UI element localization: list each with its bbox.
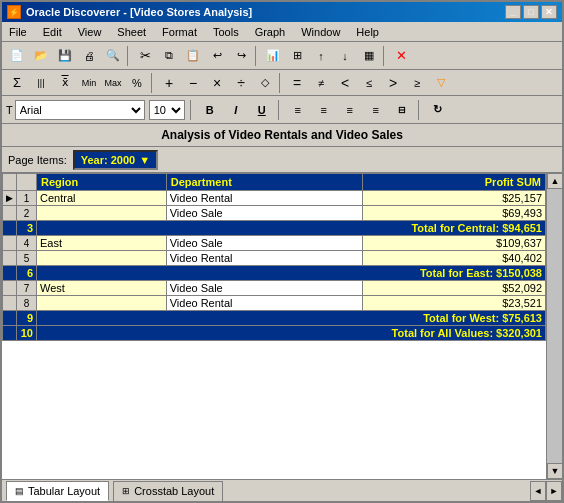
sep4 (151, 73, 155, 93)
align-center-button[interactable]: ≡ (313, 100, 335, 120)
new-button[interactable]: 📄 (6, 45, 28, 67)
tab-crosstab-layout[interactable]: ⊞ Crosstab Layout (113, 481, 223, 501)
cell-profit-8[interactable]: $23,521 (363, 296, 546, 311)
cell-profit-2[interactable]: $69,493 (363, 206, 546, 221)
minimize-button[interactable]: _ (505, 5, 521, 19)
toolbar-main: 📄 📂 💾 🖨 🔍 ✂ ⧉ 📋 ↩ ↪ 📊 ⊞ ↑ ↓ ▦ ✕ (2, 42, 562, 70)
equals-button[interactable]: = (286, 72, 308, 94)
cell-profit-5[interactable]: $40,402 (363, 251, 546, 266)
open-button[interactable]: 📂 (30, 45, 52, 67)
app-icon: ⚡ (7, 5, 21, 19)
refresh-button[interactable]: ↻ (427, 100, 449, 120)
underline-button[interactable]: U (251, 100, 273, 120)
tab-tabular-layout[interactable]: ▤ Tabular Layout (6, 481, 109, 501)
scroll-up-button[interactable]: ▲ (547, 173, 562, 189)
menu-graph[interactable]: Graph (252, 25, 289, 39)
save-button[interactable]: 💾 (54, 45, 76, 67)
scroll-track[interactable] (547, 189, 562, 463)
min-button[interactable]: Min (78, 72, 100, 94)
table-area: Region Department Profit SUM ▶ 1 Central (2, 173, 546, 479)
sep5 (279, 73, 283, 93)
menu-sheet[interactable]: Sheet (114, 25, 149, 39)
lessequal-button[interactable]: ≤ (358, 72, 380, 94)
greater-button[interactable]: > (382, 72, 404, 94)
menu-bar: File Edit View Sheet Format Tools Graph … (2, 22, 562, 42)
copy-button[interactable]: ⧉ (158, 45, 180, 67)
scroll-down-button[interactable]: ▼ (547, 463, 562, 479)
scroll-left-button[interactable]: ◄ (530, 481, 546, 501)
toolbar-formula: Σ ||| x̄ Min Max % + − × ÷ ◇ = ≠ < ≤ > ≥… (2, 70, 562, 96)
menu-view[interactable]: View (75, 25, 105, 39)
col-header-dept: Department (166, 174, 363, 191)
size-select[interactable]: 10 (149, 100, 185, 120)
wrap-button[interactable]: ⊟ (391, 100, 413, 120)
cell-profit-4[interactable]: $109,637 (363, 236, 546, 251)
plus-button[interactable]: + (158, 72, 180, 94)
preview-button[interactable]: 🔍 (102, 45, 124, 67)
cell-profit-7[interactable]: $52,092 (363, 281, 546, 296)
chart-button[interactable]: 📊 (262, 45, 284, 67)
total-arrow-3 (3, 221, 17, 236)
menu-tools[interactable]: Tools (210, 25, 242, 39)
cell-region-4[interactable]: East (37, 236, 167, 251)
vertical-scrollbar[interactable]: ▲ ▼ (546, 173, 562, 479)
filter-button[interactable]: ▦ (358, 45, 380, 67)
greaterequal-button[interactable]: ≥ (406, 72, 428, 94)
sort-asc-button[interactable]: ↑ (310, 45, 332, 67)
print-button[interactable]: 🖨 (78, 45, 100, 67)
undo-button[interactable]: ↩ (206, 45, 228, 67)
menu-format[interactable]: Format (159, 25, 200, 39)
cell-dept-8[interactable]: Video Rental (166, 296, 363, 311)
cell-profit-1[interactable]: $25,157 (363, 191, 546, 206)
year-dropdown[interactable]: Year: 2000 ▼ (73, 150, 158, 170)
sort-desc-button[interactable]: ↓ (334, 45, 356, 67)
redo-button[interactable]: ↪ (230, 45, 252, 67)
maximize-button[interactable]: □ (523, 5, 539, 19)
crosstab-icon: ⊞ (122, 486, 130, 496)
notequal-button[interactable]: ≠ (310, 72, 332, 94)
bold-button[interactable]: B (199, 100, 221, 120)
align-left-button[interactable]: ≡ (287, 100, 309, 120)
cell-region-8[interactable] (37, 296, 167, 311)
table-button[interactable]: ⊞ (286, 45, 308, 67)
menu-help[interactable]: Help (353, 25, 382, 39)
table-row: 4 East Video Sale $109,637 (3, 236, 546, 251)
percent-button[interactable]: % (126, 72, 148, 94)
dropdown-arrow-icon: ▼ (139, 154, 150, 166)
less-button[interactable]: < (334, 72, 356, 94)
close-button[interactable]: ✕ (541, 5, 557, 19)
align-right-button[interactable]: ≡ (339, 100, 361, 120)
times-button[interactable]: × (206, 72, 228, 94)
table-row: ▶ 1 Central Video Rental $25,157 (3, 191, 546, 206)
cell-region-5[interactable] (37, 251, 167, 266)
align-justify-button[interactable]: ≡ (365, 100, 387, 120)
divide-button[interactable]: ÷ (230, 72, 252, 94)
funnel-button[interactable]: ▽ (430, 72, 452, 94)
scroll-right-button[interactable]: ► (546, 481, 562, 501)
xbar-button[interactable]: x̄ (54, 72, 76, 94)
cell-dept-2[interactable]: Video Sale (166, 206, 363, 221)
sigma-button[interactable]: Σ (6, 72, 28, 94)
cell-dept-7[interactable]: Video Sale (166, 281, 363, 296)
italic-button[interactable]: I (225, 100, 247, 120)
menu-edit[interactable]: Edit (40, 25, 65, 39)
count-button[interactable]: ||| (30, 72, 52, 94)
diamond-button[interactable]: ◇ (254, 72, 276, 94)
table-row: 5 Video Rental $40,402 (3, 251, 546, 266)
year-label: Year: 2000 (81, 154, 135, 166)
cell-region-2[interactable] (37, 206, 167, 221)
cell-dept-1[interactable]: Video Rental (166, 191, 363, 206)
cell-dept-5[interactable]: Video Rental (166, 251, 363, 266)
font-select[interactable]: Arial (15, 100, 145, 120)
minus-button[interactable]: − (182, 72, 204, 94)
menu-window[interactable]: Window (298, 25, 343, 39)
menu-file[interactable]: File (6, 25, 30, 39)
cell-dept-4[interactable]: Video Sale (166, 236, 363, 251)
table-container[interactable]: Region Department Profit SUM ▶ 1 Central (2, 173, 546, 479)
cell-region-7[interactable]: West (37, 281, 167, 296)
cut-button[interactable]: ✂ (134, 45, 156, 67)
max-button[interactable]: Max (102, 72, 124, 94)
paste-button[interactable]: 📋 (182, 45, 204, 67)
cell-region-1[interactable]: Central (37, 191, 167, 206)
delete-button[interactable]: ✕ (390, 45, 412, 67)
